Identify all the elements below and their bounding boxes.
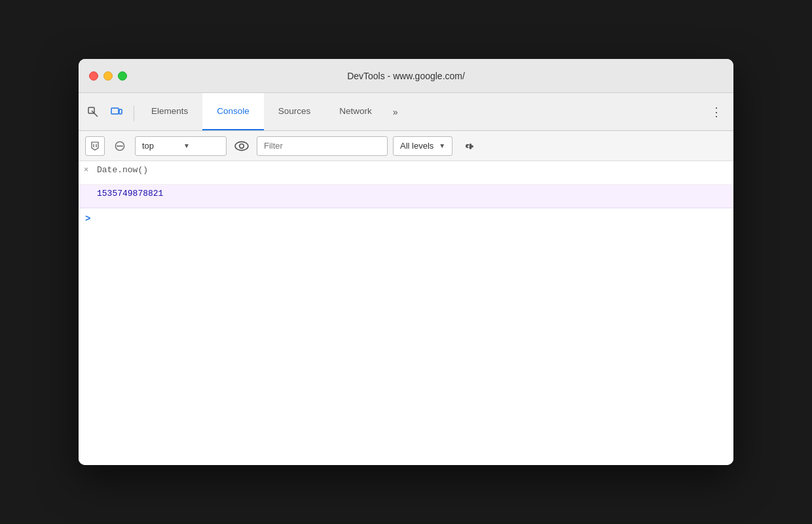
console-input-line[interactable]: > (79, 208, 733, 229)
no-entry-icon[interactable] (110, 136, 130, 156)
console-entry-result: 1535749878821 (79, 185, 733, 208)
tab-bar: Elements Console Sources Network » ⋮ (79, 93, 733, 131)
svg-rect-3 (119, 109, 122, 114)
console-result-value: 1535749878821 (97, 189, 163, 198)
window-title: DevTools - www.google.com/ (347, 71, 465, 81)
context-selector[interactable]: top ▼ (135, 136, 227, 156)
filter-input[interactable] (257, 136, 388, 156)
live-expressions-button[interactable] (232, 136, 251, 156)
log-levels-selector[interactable]: All levels ▼ (393, 136, 452, 156)
levels-dropdown-arrow: ▼ (439, 142, 445, 149)
svg-marker-4 (92, 142, 98, 150)
console-input[interactable] (94, 214, 727, 224)
settings-button[interactable] (458, 136, 477, 156)
console-prompt-symbol: > (85, 214, 90, 224)
title-bar: DevTools - www.google.com/ (79, 59, 733, 93)
devtools-icons (84, 103, 134, 130)
tab-more-button[interactable]: » (386, 93, 405, 130)
minimize-button[interactable] (103, 71, 113, 81)
tab-bar-end: ⋮ (707, 103, 733, 130)
tab-elements[interactable]: Elements (137, 93, 202, 130)
context-dropdown-arrow: ▼ (183, 142, 219, 149)
tab-network[interactable]: Network (325, 93, 386, 130)
traffic-lights (89, 71, 127, 81)
svg-point-10 (240, 143, 244, 148)
svg-point-9 (235, 141, 248, 150)
tab-separator (134, 105, 134, 121)
svg-rect-2 (111, 108, 119, 114)
inspect-icon[interactable] (84, 103, 102, 121)
entry-close-icon: × (84, 166, 88, 175)
tab-console[interactable]: Console (202, 93, 264, 130)
console-content: × Date.now() 1535749878821 > (79, 161, 733, 465)
clear-console-button[interactable] (85, 136, 105, 156)
device-toolbar-icon[interactable] (107, 103, 126, 121)
console-command-text: Date.now() (97, 165, 148, 175)
tab-sources[interactable]: Sources (264, 93, 325, 130)
close-button[interactable] (89, 71, 98, 81)
console-toolbar: top ▼ All levels ▼ (79, 131, 733, 161)
maximize-button[interactable] (118, 71, 127, 81)
more-options-button[interactable]: ⋮ (707, 103, 726, 121)
devtools-window: DevTools - www.google.com/ Elements (79, 59, 733, 465)
console-entry-input: × Date.now() (79, 161, 733, 185)
